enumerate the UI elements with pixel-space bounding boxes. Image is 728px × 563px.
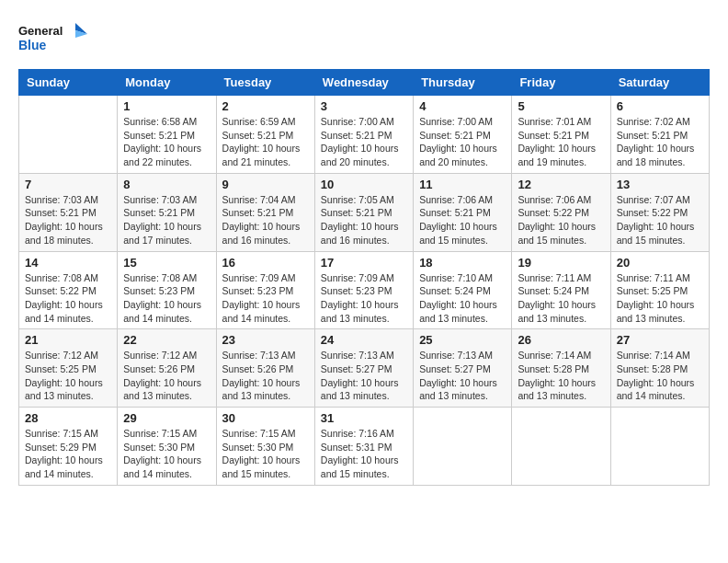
day-number: 29: [123, 411, 210, 425]
day-number: 6: [617, 99, 703, 113]
cell-info: Sunrise: 7:13 AMSunset: 5:27 PMDaylight:…: [321, 349, 407, 403]
cell-info: Sunrise: 7:11 AMSunset: 5:25 PMDaylight:…: [617, 271, 703, 326]
cell-info: Sunrise: 7:06 AMSunset: 5:21 PMDaylight:…: [419, 193, 506, 247]
calendar-cell: 28Sunrise: 7:15 AMSunset: 5:29 PMDayligh…: [19, 408, 118, 486]
calendar-cell: 26Sunrise: 7:14 AMSunset: 5:28 PMDayligh…: [512, 329, 610, 408]
calendar-week-row: 21Sunrise: 7:12 AMSunset: 5:25 PMDayligh…: [19, 329, 710, 408]
calendar-cell: 6Sunrise: 7:02 AMSunset: 5:21 PMDaylight…: [610, 96, 709, 174]
col-header-friday: Friday: [512, 70, 610, 96]
logo: General Blue: [18, 18, 92, 60]
calendar-cell: [19, 96, 118, 174]
day-number: 27: [617, 333, 703, 347]
day-number: 30: [222, 411, 309, 425]
calendar-cell: 24Sunrise: 7:13 AMSunset: 5:27 PMDayligh…: [314, 329, 413, 408]
cell-info: Sunrise: 7:04 AMSunset: 5:21 PMDaylight:…: [222, 193, 309, 247]
svg-text:Blue: Blue: [18, 38, 47, 52]
calendar-cell: 16Sunrise: 7:09 AMSunset: 5:23 PMDayligh…: [216, 251, 314, 329]
logo-svg: General Blue: [18, 18, 92, 60]
day-number: 21: [25, 333, 111, 347]
cell-info: Sunrise: 7:01 AMSunset: 5:21 PMDaylight:…: [518, 115, 604, 169]
cell-info: Sunrise: 7:12 AMSunset: 5:26 PMDaylight:…: [123, 349, 210, 403]
svg-text:General: General: [18, 24, 63, 38]
cell-info: Sunrise: 7:13 AMSunset: 5:26 PMDaylight:…: [222, 349, 309, 403]
calendar-cell: 19Sunrise: 7:11 AMSunset: 5:24 PMDayligh…: [512, 251, 610, 329]
calendar-cell: 27Sunrise: 7:14 AMSunset: 5:28 PMDayligh…: [610, 329, 709, 408]
cell-info: Sunrise: 7:15 AMSunset: 5:30 PMDaylight:…: [123, 427, 210, 481]
day-number: 28: [25, 411, 111, 425]
calendar-cell: [414, 408, 512, 486]
calendar-cell: 25Sunrise: 7:13 AMSunset: 5:27 PMDayligh…: [414, 329, 512, 408]
cell-info: Sunrise: 6:58 AMSunset: 5:21 PMDaylight:…: [123, 115, 210, 169]
col-header-thursday: Thursday: [414, 70, 512, 96]
day-number: 15: [123, 256, 210, 270]
cell-info: Sunrise: 7:10 AMSunset: 5:24 PMDaylight:…: [419, 271, 506, 326]
day-number: 14: [25, 256, 111, 270]
day-number: 12: [518, 178, 604, 191]
day-number: 25: [419, 333, 506, 347]
calendar-cell: 29Sunrise: 7:15 AMSunset: 5:30 PMDayligh…: [118, 408, 216, 486]
calendar-cell: 15Sunrise: 7:08 AMSunset: 5:23 PMDayligh…: [118, 251, 216, 329]
day-number: 13: [617, 178, 703, 191]
cell-info: Sunrise: 6:59 AMSunset: 5:21 PMDaylight:…: [222, 115, 309, 169]
col-header-tuesday: Tuesday: [216, 70, 314, 96]
col-header-monday: Monday: [118, 70, 216, 96]
calendar-cell: 9Sunrise: 7:04 AMSunset: 5:21 PMDaylight…: [216, 173, 314, 251]
day-number: 22: [123, 333, 210, 347]
page-header: General Blue: [18, 18, 710, 60]
day-number: 8: [123, 178, 210, 191]
calendar-cell: 7Sunrise: 7:03 AMSunset: 5:21 PMDaylight…: [19, 173, 118, 251]
calendar-week-row: 14Sunrise: 7:08 AMSunset: 5:22 PMDayligh…: [19, 251, 710, 329]
day-number: 5: [518, 99, 604, 113]
calendar-cell: [512, 408, 610, 486]
col-header-wednesday: Wednesday: [314, 70, 413, 96]
day-number: 19: [518, 256, 604, 270]
day-number: 31: [321, 411, 407, 425]
col-header-sunday: Sunday: [19, 70, 118, 96]
calendar-week-row: 7Sunrise: 7:03 AMSunset: 5:21 PMDaylight…: [19, 173, 710, 251]
cell-info: Sunrise: 7:08 AMSunset: 5:22 PMDaylight:…: [25, 271, 111, 326]
day-number: 4: [419, 99, 506, 113]
calendar-week-row: 1Sunrise: 6:58 AMSunset: 5:21 PMDaylight…: [19, 96, 710, 174]
calendar-cell: 1Sunrise: 6:58 AMSunset: 5:21 PMDaylight…: [118, 96, 216, 174]
day-number: 24: [321, 333, 407, 347]
cell-info: Sunrise: 7:02 AMSunset: 5:21 PMDaylight:…: [617, 115, 703, 169]
day-number: 9: [222, 178, 309, 191]
calendar-cell: [610, 408, 709, 486]
calendar-cell: 3Sunrise: 7:00 AMSunset: 5:21 PMDaylight…: [314, 96, 413, 174]
calendar-cell: 30Sunrise: 7:15 AMSunset: 5:30 PMDayligh…: [216, 408, 314, 486]
day-number: 18: [419, 256, 506, 270]
day-number: 1: [123, 99, 210, 113]
cell-info: Sunrise: 7:00 AMSunset: 5:21 PMDaylight:…: [321, 115, 407, 169]
calendar-table: SundayMondayTuesdayWednesdayThursdayFrid…: [18, 69, 710, 486]
calendar-cell: 21Sunrise: 7:12 AMSunset: 5:25 PMDayligh…: [19, 329, 118, 408]
day-number: 23: [222, 333, 309, 347]
cell-info: Sunrise: 7:15 AMSunset: 5:29 PMDaylight:…: [25, 427, 111, 481]
calendar-header-row: SundayMondayTuesdayWednesdayThursdayFrid…: [19, 70, 710, 96]
cell-info: Sunrise: 7:09 AMSunset: 5:23 PMDaylight:…: [222, 271, 309, 326]
calendar-cell: 23Sunrise: 7:13 AMSunset: 5:26 PMDayligh…: [216, 329, 314, 408]
calendar-cell: 18Sunrise: 7:10 AMSunset: 5:24 PMDayligh…: [414, 251, 512, 329]
day-number: 7: [25, 178, 111, 191]
calendar-cell: 10Sunrise: 7:05 AMSunset: 5:21 PMDayligh…: [314, 173, 413, 251]
calendar-cell: 14Sunrise: 7:08 AMSunset: 5:22 PMDayligh…: [19, 251, 118, 329]
calendar-cell: 8Sunrise: 7:03 AMSunset: 5:21 PMDaylight…: [118, 173, 216, 251]
calendar-cell: 11Sunrise: 7:06 AMSunset: 5:21 PMDayligh…: [414, 173, 512, 251]
cell-info: Sunrise: 7:05 AMSunset: 5:21 PMDaylight:…: [321, 193, 407, 247]
calendar-week-row: 28Sunrise: 7:15 AMSunset: 5:29 PMDayligh…: [19, 408, 710, 486]
day-number: 20: [617, 256, 703, 270]
col-header-saturday: Saturday: [610, 70, 709, 96]
day-number: 26: [518, 333, 604, 347]
cell-info: Sunrise: 7:00 AMSunset: 5:21 PMDaylight:…: [419, 115, 506, 169]
calendar-cell: 31Sunrise: 7:16 AMSunset: 5:31 PMDayligh…: [314, 408, 413, 486]
calendar-cell: 22Sunrise: 7:12 AMSunset: 5:26 PMDayligh…: [118, 329, 216, 408]
cell-info: Sunrise: 7:14 AMSunset: 5:28 PMDaylight:…: [617, 349, 703, 403]
cell-info: Sunrise: 7:14 AMSunset: 5:28 PMDaylight:…: [518, 349, 604, 403]
day-number: 17: [321, 256, 407, 270]
cell-info: Sunrise: 7:06 AMSunset: 5:22 PMDaylight:…: [518, 193, 604, 247]
day-number: 16: [222, 256, 309, 270]
cell-info: Sunrise: 7:15 AMSunset: 5:30 PMDaylight:…: [222, 427, 309, 481]
calendar-cell: 20Sunrise: 7:11 AMSunset: 5:25 PMDayligh…: [610, 251, 709, 329]
cell-info: Sunrise: 7:13 AMSunset: 5:27 PMDaylight:…: [419, 349, 506, 403]
calendar-cell: 12Sunrise: 7:06 AMSunset: 5:22 PMDayligh…: [512, 173, 610, 251]
cell-info: Sunrise: 7:08 AMSunset: 5:23 PMDaylight:…: [123, 271, 210, 326]
